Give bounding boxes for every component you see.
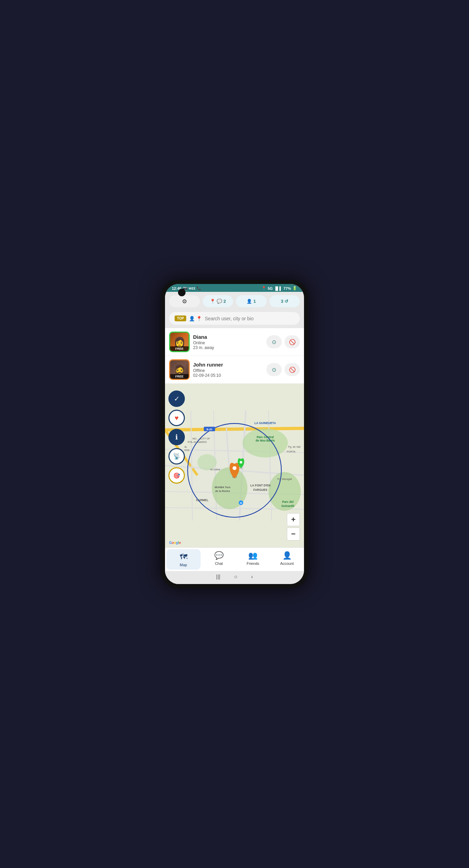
svg-text:NIC... ALITY OF: NIC... ALITY OF: [192, 437, 210, 440]
user-actions-john: ⊙ 🚫: [266, 363, 300, 376]
svg-text:RTA–GUINARDÓ: RTA–GUINARDÓ: [188, 441, 207, 444]
recent-apps-button[interactable]: |||: [216, 574, 220, 580]
user-info-john: John runner Offline 02-09-24 05:10: [193, 362, 263, 378]
svg-text:de Nou Barris: de Nou Barris: [256, 439, 275, 442]
svg-text:de la Rovira: de la Rovira: [215, 489, 230, 493]
phone-screen: 12:46 📷 wzz 📞 📍 5G ▐▌▌ 77% 🔋 ⊙ 📍 💬 2: [165, 284, 304, 584]
battery-icon: 🔋: [292, 286, 297, 290]
search-bar[interactable]: TOP 👤 📍 Search user, city or bio: [169, 312, 300, 325]
user-actions-diana: ⊙ 🚫: [266, 335, 300, 348]
antenna-button[interactable]: 📡: [168, 448, 185, 464]
chat-icon: 💬: [214, 551, 224, 560]
account-label: Account: [280, 561, 294, 566]
target-button[interactable]: 🎯: [168, 467, 185, 484]
status-bar: 12:46 📷 wzz 📞 📍 5G ▐▌▌ 77% 🔋: [165, 284, 304, 292]
add-friend-count: 1: [253, 299, 256, 304]
user-name-john: John runner: [193, 362, 263, 368]
map-zoom-buttons: + −: [287, 513, 300, 541]
search-placeholder: Search user, city or bio: [205, 316, 253, 321]
bottom-nav: 🗺 Map 💬 Chat 👥 Friends 👤 Account: [165, 547, 304, 571]
block-diana-button[interactable]: 🚫: [284, 335, 300, 348]
action-buttons-row: ⊙ 📍 💬 2 👤 1 3 ↺: [165, 292, 304, 311]
camera-notch: [178, 289, 186, 296]
add-friend-button[interactable]: 👤 1: [236, 295, 267, 307]
user-list: 👩 FREE Diana Online 23 m. away ⊙ 🚫 🧔 FRE…: [165, 328, 304, 384]
location-icon: 📍: [262, 286, 266, 290]
location-message-icon: 📍: [210, 299, 215, 304]
block-john-button[interactable]: 🚫: [284, 363, 300, 376]
svg-text:de Lisboa: de Lisboa: [210, 468, 220, 471]
svg-text:LA GUINEUETA: LA GUINEUETA: [254, 421, 276, 425]
svg-text:M: M: [240, 501, 242, 505]
zoom-in-button[interactable]: +: [287, 513, 300, 526]
status-left: 12:46 📷 wzz 📞: [172, 286, 201, 290]
avatar-john: 🧔 FREE: [169, 359, 190, 380]
svg-text:Guinardó: Guinardó: [281, 504, 294, 508]
nav-account[interactable]: 👤 Account: [270, 548, 304, 571]
home-button[interactable]: ○: [234, 574, 238, 580]
nav-friends[interactable]: 👥 Friends: [236, 548, 270, 571]
svg-text:Pg. Maragall: Pg. Maragall: [277, 478, 292, 481]
notifications-button[interactable]: 3 ↺: [269, 295, 300, 307]
search-user-icon: 👤 📍: [189, 316, 202, 321]
scan-diana-button[interactable]: ⊙: [266, 335, 282, 348]
svg-text:CARMEL: CARMEL: [196, 498, 208, 502]
search-container: TOP 👤 📍 Search user, city or bio: [165, 311, 304, 328]
zoom-out-button[interactable]: −: [287, 528, 300, 541]
svg-point-20: [240, 461, 242, 464]
map-icon: 🗺: [180, 553, 187, 561]
chat-label: Chat: [215, 561, 223, 566]
notification-count: 3: [281, 299, 283, 304]
friends-label: Friends: [246, 561, 259, 566]
signal-display: 5G: [268, 286, 273, 290]
user-distance-john: 02-09-24 05:10: [193, 373, 263, 378]
signal-bars: ▐▌▌: [274, 286, 282, 290]
battery-display: 77%: [283, 286, 291, 290]
map-area[interactable]: B-20 M LA GUINEUETA Parc Central de Nou …: [165, 384, 304, 547]
verify-button[interactable]: ✓: [168, 390, 185, 407]
google-logo: Google: [169, 541, 181, 545]
svg-text:FARGUES: FARGUES: [253, 488, 267, 492]
arc-icon: ↺: [284, 299, 288, 304]
top-badge: TOP: [175, 315, 186, 321]
avatar-diana: 👩 FREE: [169, 332, 190, 352]
phone-frame: 12:46 📷 wzz 📞 📍 5G ▐▌▌ 77% 🔋 ⊙ 📍 💬 2: [161, 280, 308, 588]
messages-icon: 💬: [217, 299, 222, 304]
svg-text:Parc Central: Parc Central: [257, 435, 274, 439]
account-icon: 👤: [282, 551, 292, 560]
user-status-diana: Online: [193, 340, 263, 345]
messages-count: 2: [224, 299, 226, 304]
messages-button[interactable]: 📍 💬 2: [203, 295, 233, 307]
scan-icon: ⊙: [182, 298, 187, 305]
info-button[interactable]: ℹ: [168, 429, 185, 445]
free-label-john: FREE: [170, 374, 189, 379]
user-distance-diana: 23 m. away: [193, 345, 263, 350]
user-item-john: 🧔 FREE John runner Offline 02-09-24 05:1…: [165, 356, 304, 384]
user-name-diana: Diana: [193, 334, 263, 340]
svg-text:B-20: B-20: [206, 428, 212, 431]
nav-map[interactable]: 🗺 Map: [166, 549, 201, 570]
notification-icons: 📷 wzz 📞: [183, 286, 201, 290]
free-label-diana: FREE: [170, 346, 189, 351]
user-item-diana: 👩 FREE Diana Online 23 m. away ⊙ 🚫: [165, 328, 304, 356]
svg-text:Pg. de Vall: Pg. de Vall: [288, 445, 301, 448]
system-nav: ||| ○ ‹: [165, 571, 304, 584]
map-svg: B-20 M LA GUINEUETA Parc Central de Nou …: [165, 384, 304, 547]
user-info-diana: Diana Online 23 m. away: [193, 334, 263, 350]
map-label: Map: [180, 563, 187, 567]
add-friend-icon: 👤: [246, 299, 252, 304]
nav-chat[interactable]: 💬 Chat: [202, 548, 236, 571]
friends-icon: 👥: [248, 551, 257, 560]
scan-button[interactable]: ⊙: [169, 295, 200, 307]
status-right: 📍 5G ▐▌▌ 77% 🔋: [262, 286, 297, 290]
svg-text:MUHBA Turó: MUHBA Turó: [215, 486, 231, 489]
svg-text:LA FONT D'EN: LA FONT D'EN: [250, 484, 270, 487]
user-status-john: Offline: [193, 368, 263, 373]
scan-john-button[interactable]: ⊙: [266, 363, 282, 376]
svg-point-18: [232, 466, 236, 470]
back-button[interactable]: ‹: [251, 574, 253, 580]
map-left-buttons: ✓ ♥ ℹ 📡 🎯: [168, 390, 185, 484]
favorite-button[interactable]: ♥: [168, 410, 185, 426]
svg-text:RON: RON: [185, 449, 190, 451]
svg-text:Parc del: Parc del: [282, 500, 293, 504]
